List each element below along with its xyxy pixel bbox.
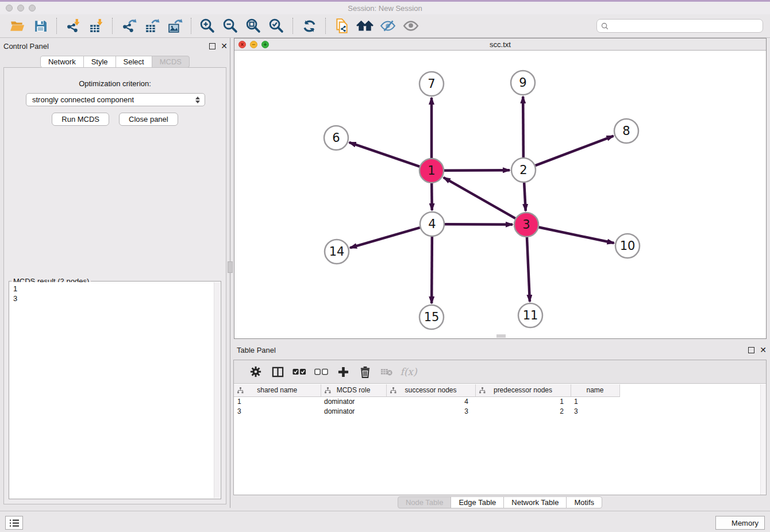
- table-cell[interactable]: 3: [571, 406, 619, 416]
- export-network-button[interactable]: [117, 17, 140, 35]
- tab-node-table[interactable]: Node Table: [398, 496, 452, 508]
- zoom-in-button[interactable]: [196, 17, 219, 35]
- graph-edge-3-11[interactable]: [527, 237, 530, 302]
- table-cell[interactable]: 4: [386, 396, 475, 406]
- function-builder-button[interactable]: f(x): [398, 363, 419, 381]
- table-row[interactable]: 1dominator411: [234, 396, 619, 406]
- graph-edge-2-9[interactable]: [523, 97, 523, 157]
- tab-style[interactable]: Style: [83, 56, 116, 68]
- graph-edge-1-6[interactable]: [349, 142, 419, 167]
- column-header-name[interactable]: name: [571, 384, 619, 396]
- table-settings-button[interactable]: [245, 363, 267, 381]
- refresh-button[interactable]: [298, 17, 321, 35]
- table-cell[interactable]: 1: [475, 396, 571, 406]
- panel-splitter[interactable]: [230, 38, 230, 508]
- window-resize-grip[interactable]: [496, 334, 506, 338]
- graph-edge-3-10[interactable]: [539, 228, 614, 244]
- table-cell[interactable]: dominator: [321, 406, 386, 416]
- network-window-titlebar[interactable]: × − + scc.txt: [234, 38, 766, 51]
- save-session-button[interactable]: [29, 17, 52, 35]
- delete-table-button[interactable]: [376, 363, 398, 381]
- table-scrollbar[interactable]: [760, 384, 766, 495]
- table-cell[interactable]: 1: [571, 396, 619, 406]
- tab-network-table[interactable]: Network Table: [503, 496, 567, 508]
- tab-select[interactable]: Select: [116, 56, 152, 68]
- graph-edge-2-3[interactable]: [524, 183, 526, 211]
- table-cell[interactable]: 2: [475, 406, 571, 416]
- optimization-criterion-select[interactable]: strongly connected component: [26, 93, 205, 106]
- select-all-rows-button[interactable]: [288, 363, 310, 381]
- tab-network[interactable]: Network: [40, 56, 84, 68]
- graph-node-10[interactable]: 10: [615, 234, 640, 258]
- export-table-button[interactable]: [140, 17, 163, 35]
- graph-edge-4-14[interactable]: [350, 228, 420, 248]
- graph-node-14[interactable]: 14: [325, 240, 349, 264]
- table-toolbar: f(x): [234, 360, 766, 384]
- network-close-button[interactable]: ×: [238, 41, 246, 48]
- svg-text:10: 10: [620, 239, 636, 253]
- graph-edge-4-15[interactable]: [432, 237, 432, 303]
- graph-node-15[interactable]: 15: [419, 305, 444, 329]
- import-table-button[interactable]: [84, 17, 107, 35]
- close-table-panel-icon[interactable]: ✕: [760, 347, 767, 353]
- zoom-fit-button[interactable]: [242, 17, 265, 35]
- column-header-successor-nodes[interactable]: successor nodes: [386, 384, 475, 396]
- table-row[interactable]: 3dominator323: [234, 406, 619, 416]
- tab-edge-table[interactable]: Edge Table: [451, 496, 504, 508]
- close-panel-icon[interactable]: ✕: [221, 43, 228, 49]
- run-mcds-button[interactable]: Run MCDS: [52, 113, 109, 126]
- deselect-all-rows-button[interactable]: [310, 363, 332, 381]
- network-minimize-button[interactable]: −: [250, 41, 257, 48]
- task-history-button[interactable]: [5, 516, 23, 530]
- close-panel-button[interactable]: Close panel: [119, 113, 178, 126]
- tab-label: Style: [91, 57, 108, 66]
- graph-node-2[interactable]: 2: [511, 158, 536, 182]
- network-canvas[interactable]: 7968124314101511: [234, 51, 766, 338]
- open-session-button[interactable]: [6, 17, 29, 35]
- graph-edge-1-4[interactable]: [432, 183, 432, 210]
- import-network-button[interactable]: [61, 17, 84, 35]
- zoom-out-button[interactable]: [219, 17, 242, 35]
- graph-node-3[interactable]: 3: [514, 213, 538, 237]
- column-header-mcds-role[interactable]: MCDS role: [321, 384, 386, 396]
- column-header-shared-name[interactable]: shared name: [234, 384, 321, 396]
- float-table-panel-icon[interactable]: [748, 347, 754, 353]
- network-file-button[interactable]: [330, 17, 353, 35]
- graph-node-6[interactable]: 6: [324, 126, 348, 150]
- graph-edge-4-3[interactable]: [445, 224, 513, 225]
- delete-column-button[interactable]: [354, 363, 376, 381]
- search-box[interactable]: [596, 19, 763, 33]
- add-column-button[interactable]: [332, 363, 354, 381]
- table-cell[interactable]: 3: [234, 406, 321, 416]
- tab-motifs[interactable]: Motifs: [566, 496, 602, 508]
- memory-button[interactable]: Memory: [715, 516, 765, 530]
- graph-node-9[interactable]: 9: [511, 71, 535, 95]
- graph-edge-2-8[interactable]: [536, 136, 614, 166]
- graph-node-1[interactable]: 1: [419, 159, 444, 183]
- graph-node-11[interactable]: 11: [518, 303, 542, 327]
- mcds-result-scrollbar[interactable]: [214, 282, 220, 498]
- table-cell[interactable]: 3: [386, 406, 475, 416]
- graph-edge-1-2[interactable]: [444, 170, 510, 171]
- tab-mcds[interactable]: MCDS: [152, 56, 190, 68]
- network-zoom-button[interactable]: +: [261, 41, 269, 48]
- hide-selected-button[interactable]: [376, 17, 399, 35]
- show-all-button[interactable]: [399, 17, 422, 35]
- graph-node-7[interactable]: 7: [419, 72, 444, 96]
- control-panel-title: Control Panel: [3, 42, 49, 51]
- graph-node-8[interactable]: 8: [614, 119, 638, 143]
- home-button[interactable]: [353, 17, 376, 35]
- table-cell[interactable]: 1: [234, 396, 321, 406]
- search-input[interactable]: [609, 20, 763, 32]
- table-cell[interactable]: dominator: [321, 396, 386, 406]
- select-stepper-icon: [195, 97, 200, 103]
- graph-node-4[interactable]: 4: [420, 212, 444, 236]
- zoom-selected-button[interactable]: [265, 17, 288, 35]
- network-graph[interactable]: 7968124314101511: [234, 51, 766, 338]
- panel-splitter-grip[interactable]: [228, 261, 233, 273]
- column-header-predecessor-nodes[interactable]: predecessor nodes: [475, 384, 571, 396]
- float-panel-icon[interactable]: [209, 43, 215, 49]
- toggle-columns-button[interactable]: [267, 363, 288, 381]
- graph-edge-3-1[interactable]: [444, 178, 515, 218]
- export-image-button[interactable]: [163, 17, 186, 35]
